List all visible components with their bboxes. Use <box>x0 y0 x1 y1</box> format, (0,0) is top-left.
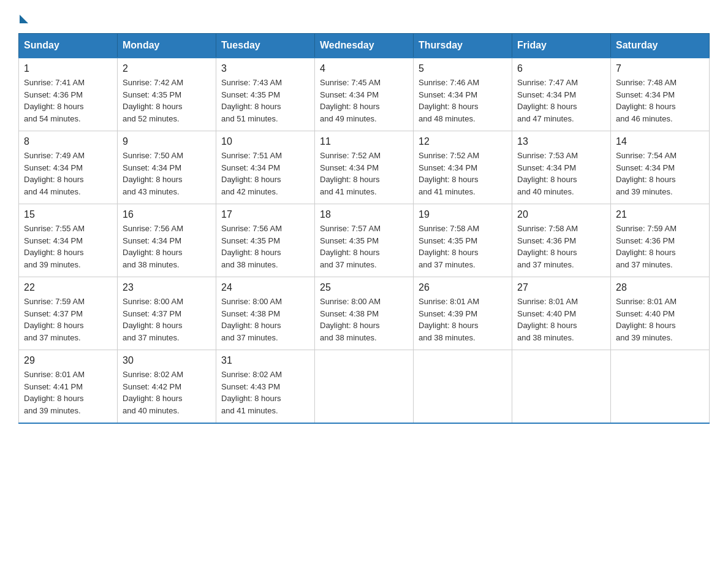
calendar-cell: 22 Sunrise: 7:59 AM Sunset: 4:37 PM Dayl… <box>19 277 118 350</box>
day-info: Sunrise: 7:57 AM Sunset: 4:35 PM Dayligh… <box>320 223 408 270</box>
day-info: Sunrise: 7:52 AM Sunset: 4:34 PM Dayligh… <box>419 150 507 197</box>
calendar-cell: 17 Sunrise: 7:56 AM Sunset: 4:35 PM Dayl… <box>216 204 315 277</box>
day-number: 6 <box>517 63 605 74</box>
calendar-cell: 8 Sunrise: 7:49 AM Sunset: 4:34 PM Dayli… <box>19 131 118 204</box>
logo <box>18 12 28 21</box>
calendar-cell: 26 Sunrise: 8:01 AM Sunset: 4:39 PM Dayl… <box>414 277 512 350</box>
calendar-cell: 12 Sunrise: 7:52 AM Sunset: 4:34 PM Dayl… <box>414 131 512 204</box>
day-number: 18 <box>320 209 408 220</box>
day-number: 16 <box>123 209 211 220</box>
logo-arrow-icon <box>20 15 28 23</box>
header-thursday: Thursday <box>414 34 512 58</box>
calendar-cell: 31 Sunrise: 8:02 AM Sunset: 4:43 PM Dayl… <box>216 350 315 424</box>
calendar-cell: 3 Sunrise: 7:43 AM Sunset: 4:35 PM Dayli… <box>216 58 315 131</box>
calendar-cell: 5 Sunrise: 7:46 AM Sunset: 4:34 PM Dayli… <box>414 58 512 131</box>
calendar-cell: 13 Sunrise: 7:53 AM Sunset: 4:34 PM Dayl… <box>512 131 611 204</box>
calendar-cell: 1 Sunrise: 7:41 AM Sunset: 4:36 PM Dayli… <box>19 58 118 131</box>
day-number: 30 <box>123 355 211 366</box>
day-info: Sunrise: 7:56 AM Sunset: 4:34 PM Dayligh… <box>123 223 211 270</box>
header-sunday: Sunday <box>19 34 118 58</box>
calendar-week-3: 15 Sunrise: 7:55 AM Sunset: 4:34 PM Dayl… <box>19 204 710 277</box>
day-info: Sunrise: 8:01 AM Sunset: 4:40 PM Dayligh… <box>616 296 704 343</box>
day-info: Sunrise: 7:41 AM Sunset: 4:36 PM Dayligh… <box>24 77 112 124</box>
day-number: 20 <box>517 209 605 220</box>
calendar-week-4: 22 Sunrise: 7:59 AM Sunset: 4:37 PM Dayl… <box>19 277 710 350</box>
day-info: Sunrise: 7:52 AM Sunset: 4:34 PM Dayligh… <box>320 150 408 197</box>
day-info: Sunrise: 7:43 AM Sunset: 4:35 PM Dayligh… <box>221 77 309 124</box>
day-number: 21 <box>616 209 704 220</box>
day-info: Sunrise: 7:59 AM Sunset: 4:36 PM Dayligh… <box>616 223 704 270</box>
calendar-cell: 16 Sunrise: 7:56 AM Sunset: 4:34 PM Dayl… <box>118 204 216 277</box>
header-monday: Monday <box>118 34 216 58</box>
calendar-cell: 29 Sunrise: 8:01 AM Sunset: 4:41 PM Dayl… <box>19 350 118 424</box>
calendar-cell <box>414 350 512 424</box>
calendar-cell: 11 Sunrise: 7:52 AM Sunset: 4:34 PM Dayl… <box>315 131 414 204</box>
day-number: 11 <box>320 136 408 147</box>
calendar-cell: 23 Sunrise: 8:00 AM Sunset: 4:37 PM Dayl… <box>118 277 216 350</box>
calendar-week-2: 8 Sunrise: 7:49 AM Sunset: 4:34 PM Dayli… <box>19 131 710 204</box>
page-header <box>18 12 710 21</box>
calendar-cell: 14 Sunrise: 7:54 AM Sunset: 4:34 PM Dayl… <box>611 131 710 204</box>
calendar-cell: 25 Sunrise: 8:00 AM Sunset: 4:38 PM Dayl… <box>315 277 414 350</box>
calendar-table: SundayMondayTuesdayWednesdayThursdayFrid… <box>18 33 710 424</box>
day-info: Sunrise: 7:51 AM Sunset: 4:34 PM Dayligh… <box>221 150 309 197</box>
day-info: Sunrise: 7:55 AM Sunset: 4:34 PM Dayligh… <box>24 223 112 270</box>
day-info: Sunrise: 7:48 AM Sunset: 4:34 PM Dayligh… <box>616 77 704 124</box>
calendar-cell: 19 Sunrise: 7:58 AM Sunset: 4:35 PM Dayl… <box>414 204 512 277</box>
day-info: Sunrise: 8:00 AM Sunset: 4:38 PM Dayligh… <box>221 296 309 343</box>
header-tuesday: Tuesday <box>216 34 315 58</box>
day-number: 28 <box>616 282 704 293</box>
day-number: 2 <box>123 63 211 74</box>
day-number: 13 <box>517 136 605 147</box>
day-info: Sunrise: 7:56 AM Sunset: 4:35 PM Dayligh… <box>221 223 309 270</box>
calendar-cell: 30 Sunrise: 8:02 AM Sunset: 4:42 PM Dayl… <box>118 350 216 424</box>
day-info: Sunrise: 7:45 AM Sunset: 4:34 PM Dayligh… <box>320 77 408 124</box>
day-info: Sunrise: 8:00 AM Sunset: 4:38 PM Dayligh… <box>320 296 408 343</box>
header-wednesday: Wednesday <box>315 34 414 58</box>
day-info: Sunrise: 7:53 AM Sunset: 4:34 PM Dayligh… <box>517 150 605 197</box>
day-number: 9 <box>123 136 211 147</box>
day-number: 1 <box>24 63 112 74</box>
day-info: Sunrise: 8:01 AM Sunset: 4:40 PM Dayligh… <box>517 296 605 343</box>
calendar-cell <box>611 350 710 424</box>
calendar-cell: 21 Sunrise: 7:59 AM Sunset: 4:36 PM Dayl… <box>611 204 710 277</box>
calendar-cell: 20 Sunrise: 7:58 AM Sunset: 4:36 PM Dayl… <box>512 204 611 277</box>
day-info: Sunrise: 8:00 AM Sunset: 4:37 PM Dayligh… <box>123 296 211 343</box>
day-number: 26 <box>419 282 507 293</box>
day-info: Sunrise: 7:58 AM Sunset: 4:35 PM Dayligh… <box>419 223 507 270</box>
calendar-cell <box>512 350 611 424</box>
day-info: Sunrise: 7:59 AM Sunset: 4:37 PM Dayligh… <box>24 296 112 343</box>
calendar-cell: 27 Sunrise: 8:01 AM Sunset: 4:40 PM Dayl… <box>512 277 611 350</box>
day-info: Sunrise: 7:50 AM Sunset: 4:34 PM Dayligh… <box>123 150 211 197</box>
day-number: 8 <box>24 136 112 147</box>
day-number: 7 <box>616 63 704 74</box>
day-info: Sunrise: 8:02 AM Sunset: 4:43 PM Dayligh… <box>221 369 309 416</box>
calendar-cell: 24 Sunrise: 8:00 AM Sunset: 4:38 PM Dayl… <box>216 277 315 350</box>
day-number: 5 <box>419 63 507 74</box>
day-number: 27 <box>517 282 605 293</box>
calendar-cell: 4 Sunrise: 7:45 AM Sunset: 4:34 PM Dayli… <box>315 58 414 131</box>
day-number: 22 <box>24 282 112 293</box>
calendar-cell: 9 Sunrise: 7:50 AM Sunset: 4:34 PM Dayli… <box>118 131 216 204</box>
day-info: Sunrise: 7:47 AM Sunset: 4:34 PM Dayligh… <box>517 77 605 124</box>
header-friday: Friday <box>512 34 611 58</box>
logo-top <box>18 12 28 23</box>
day-number: 3 <box>221 63 309 74</box>
day-number: 15 <box>24 209 112 220</box>
day-info: Sunrise: 7:42 AM Sunset: 4:35 PM Dayligh… <box>123 77 211 124</box>
calendar-cell: 6 Sunrise: 7:47 AM Sunset: 4:34 PM Dayli… <box>512 58 611 131</box>
day-info: Sunrise: 8:01 AM Sunset: 4:39 PM Dayligh… <box>419 296 507 343</box>
day-number: 4 <box>320 63 408 74</box>
day-number: 17 <box>221 209 309 220</box>
day-info: Sunrise: 7:49 AM Sunset: 4:34 PM Dayligh… <box>24 150 112 197</box>
day-number: 25 <box>320 282 408 293</box>
day-number: 23 <box>123 282 211 293</box>
calendar-week-5: 29 Sunrise: 8:01 AM Sunset: 4:41 PM Dayl… <box>19 350 710 424</box>
calendar-cell: 2 Sunrise: 7:42 AM Sunset: 4:35 PM Dayli… <box>118 58 216 131</box>
calendar-cell: 10 Sunrise: 7:51 AM Sunset: 4:34 PM Dayl… <box>216 131 315 204</box>
day-number: 24 <box>221 282 309 293</box>
calendar-header-row: SundayMondayTuesdayWednesdayThursdayFrid… <box>19 34 710 58</box>
day-info: Sunrise: 8:02 AM Sunset: 4:42 PM Dayligh… <box>123 369 211 416</box>
calendar-cell: 15 Sunrise: 7:55 AM Sunset: 4:34 PM Dayl… <box>19 204 118 277</box>
calendar-cell: 7 Sunrise: 7:48 AM Sunset: 4:34 PM Dayli… <box>611 58 710 131</box>
